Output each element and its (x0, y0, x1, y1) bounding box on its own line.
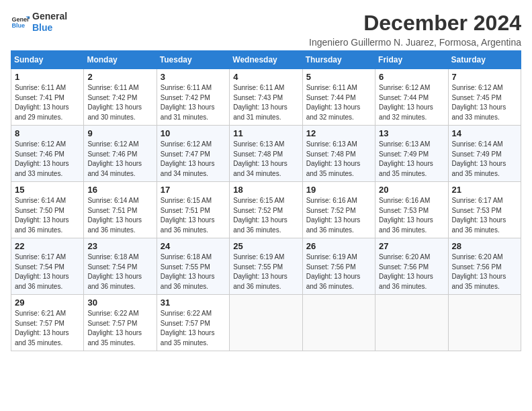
day-info: Sunrise: 6:20 AM Sunset: 7:56 PM Dayligh… (452, 253, 517, 291)
day-cell (302, 295, 375, 351)
day-info: Sunrise: 6:19 AM Sunset: 7:56 PM Dayligh… (306, 253, 371, 291)
day-number: 5 (306, 72, 371, 82)
day-cell: 22Sunrise: 6:17 AM Sunset: 7:54 PM Dayli… (11, 238, 84, 295)
day-cell: 28Sunrise: 6:20 AM Sunset: 7:56 PM Dayli… (448, 238, 521, 295)
day-number: 31 (161, 298, 226, 308)
logo-icon: General Blue (11, 13, 30, 32)
day-number: 29 (15, 298, 80, 308)
day-cell: 8Sunrise: 6:12 AM Sunset: 7:46 PM Daylig… (11, 126, 84, 182)
day-cell: 26Sunrise: 6:19 AM Sunset: 7:56 PM Dayli… (302, 238, 375, 295)
day-info: Sunrise: 6:11 AM Sunset: 7:42 PM Dayligh… (161, 83, 226, 122)
day-info: Sunrise: 6:12 AM Sunset: 7:46 PM Dayligh… (87, 140, 152, 179)
day-info: Sunrise: 6:16 AM Sunset: 7:53 PM Dayligh… (379, 196, 444, 235)
week-row-1: 1Sunrise: 6:11 AM Sunset: 7:41 PM Daylig… (11, 69, 521, 126)
day-number: 4 (233, 72, 298, 82)
day-info: Sunrise: 6:17 AM Sunset: 7:54 PM Dayligh… (15, 253, 80, 291)
day-number: 11 (233, 128, 298, 138)
day-cell: 17Sunrise: 6:15 AM Sunset: 7:51 PM Dayli… (157, 182, 229, 238)
day-info: Sunrise: 6:22 AM Sunset: 7:57 PM Dayligh… (161, 309, 226, 348)
day-number: 22 (15, 241, 80, 251)
day-cell: 30Sunrise: 6:22 AM Sunset: 7:57 PM Dayli… (84, 295, 157, 351)
day-number: 19 (306, 185, 371, 195)
day-cell: 7Sunrise: 6:12 AM Sunset: 7:45 PM Daylig… (448, 69, 521, 126)
day-number: 16 (87, 185, 152, 195)
title-area: December 2024 Ingeniero Guillermo N. Jua… (67, 11, 521, 48)
day-cell: 6Sunrise: 6:12 AM Sunset: 7:44 PM Daylig… (375, 69, 448, 126)
day-number: 26 (306, 241, 371, 251)
day-number: 9 (87, 128, 152, 138)
day-cell: 9Sunrise: 6:12 AM Sunset: 7:46 PM Daylig… (84, 126, 157, 182)
day-info: Sunrise: 6:13 AM Sunset: 7:48 PM Dayligh… (233, 140, 298, 179)
day-cell: 13Sunrise: 6:13 AM Sunset: 7:49 PM Dayli… (375, 126, 448, 182)
day-number: 7 (452, 72, 517, 82)
day-cell: 10Sunrise: 6:12 AM Sunset: 7:47 PM Dayli… (157, 126, 229, 182)
day-info: Sunrise: 6:14 AM Sunset: 7:49 PM Dayligh… (452, 140, 517, 179)
day-cell: 3Sunrise: 6:11 AM Sunset: 7:42 PM Daylig… (157, 69, 229, 126)
day-info: Sunrise: 6:16 AM Sunset: 7:52 PM Dayligh… (306, 196, 371, 235)
calendar-table: Sunday Monday Tuesday Wednesday Thursday… (11, 50, 521, 351)
day-number: 30 (87, 298, 152, 308)
day-cell: 15Sunrise: 6:14 AM Sunset: 7:50 PM Dayli… (11, 182, 84, 238)
svg-text:Blue: Blue (11, 22, 25, 29)
header-thursday: Thursday (302, 51, 375, 69)
day-cell: 29Sunrise: 6:21 AM Sunset: 7:57 PM Dayli… (11, 295, 84, 351)
header-wednesday: Wednesday (230, 51, 302, 69)
day-info: Sunrise: 6:14 AM Sunset: 7:50 PM Dayligh… (15, 196, 80, 235)
day-info: Sunrise: 6:12 AM Sunset: 7:46 PM Dayligh… (15, 140, 80, 179)
day-number: 20 (379, 185, 444, 195)
logo-text: General Blue (32, 11, 67, 34)
day-cell: 12Sunrise: 6:13 AM Sunset: 7:48 PM Dayli… (302, 126, 375, 182)
day-info: Sunrise: 6:12 AM Sunset: 7:45 PM Dayligh… (452, 83, 517, 122)
day-number: 1 (15, 72, 80, 82)
day-number: 17 (161, 185, 226, 195)
day-number: 6 (379, 72, 444, 82)
day-cell: 23Sunrise: 6:18 AM Sunset: 7:54 PM Dayli… (84, 238, 157, 295)
day-info: Sunrise: 6:12 AM Sunset: 7:44 PM Dayligh… (379, 83, 444, 122)
day-number: 12 (306, 128, 371, 138)
day-cell (448, 295, 521, 351)
day-info: Sunrise: 6:11 AM Sunset: 7:42 PM Dayligh… (87, 83, 152, 122)
day-cell: 31Sunrise: 6:22 AM Sunset: 7:57 PM Dayli… (157, 295, 229, 351)
day-cell: 20Sunrise: 6:16 AM Sunset: 7:53 PM Dayli… (375, 182, 448, 238)
header-saturday: Saturday (448, 51, 521, 69)
day-info: Sunrise: 6:18 AM Sunset: 7:54 PM Dayligh… (87, 253, 152, 291)
day-cell: 1Sunrise: 6:11 AM Sunset: 7:41 PM Daylig… (11, 69, 84, 126)
week-row-3: 15Sunrise: 6:14 AM Sunset: 7:50 PM Dayli… (11, 182, 521, 238)
day-info: Sunrise: 6:15 AM Sunset: 7:52 PM Dayligh… (233, 196, 298, 235)
day-cell (230, 295, 302, 351)
day-info: Sunrise: 6:18 AM Sunset: 7:55 PM Dayligh… (161, 253, 226, 291)
day-cell: 5Sunrise: 6:11 AM Sunset: 7:44 PM Daylig… (302, 69, 375, 126)
week-row-2: 8Sunrise: 6:12 AM Sunset: 7:46 PM Daylig… (11, 126, 521, 182)
day-info: Sunrise: 6:19 AM Sunset: 7:55 PM Dayligh… (233, 253, 298, 291)
day-info: Sunrise: 6:20 AM Sunset: 7:56 PM Dayligh… (379, 253, 444, 291)
day-info: Sunrise: 6:21 AM Sunset: 7:57 PM Dayligh… (15, 309, 80, 348)
logo: General Blue General Blue (11, 11, 67, 34)
day-info: Sunrise: 6:11 AM Sunset: 7:44 PM Dayligh… (306, 83, 371, 122)
day-cell: 2Sunrise: 6:11 AM Sunset: 7:42 PM Daylig… (84, 69, 157, 126)
week-row-4: 22Sunrise: 6:17 AM Sunset: 7:54 PM Dayli… (11, 238, 521, 295)
day-cell: 11Sunrise: 6:13 AM Sunset: 7:48 PM Dayli… (230, 126, 302, 182)
day-cell: 27Sunrise: 6:20 AM Sunset: 7:56 PM Dayli… (375, 238, 448, 295)
month-title: December 2024 (67, 11, 521, 36)
page-header: General Blue General Blue December 2024 … (11, 11, 521, 48)
day-number: 8 (15, 128, 80, 138)
day-number: 25 (233, 241, 298, 251)
day-info: Sunrise: 6:12 AM Sunset: 7:47 PM Dayligh… (161, 140, 226, 179)
day-info: Sunrise: 6:13 AM Sunset: 7:49 PM Dayligh… (379, 140, 444, 179)
day-cell (375, 295, 448, 351)
day-cell: 19Sunrise: 6:16 AM Sunset: 7:52 PM Dayli… (302, 182, 375, 238)
header-tuesday: Tuesday (157, 51, 229, 69)
day-number: 21 (452, 185, 517, 195)
day-info: Sunrise: 6:13 AM Sunset: 7:48 PM Dayligh… (306, 140, 371, 179)
day-info: Sunrise: 6:14 AM Sunset: 7:51 PM Dayligh… (87, 196, 152, 235)
day-number: 27 (379, 241, 444, 251)
header-sunday: Sunday (11, 51, 84, 69)
day-info: Sunrise: 6:11 AM Sunset: 7:41 PM Dayligh… (15, 83, 80, 122)
weekday-header-row: Sunday Monday Tuesday Wednesday Thursday… (11, 51, 521, 69)
day-number: 2 (87, 72, 152, 82)
day-number: 18 (233, 185, 298, 195)
week-row-5: 29Sunrise: 6:21 AM Sunset: 7:57 PM Dayli… (11, 295, 521, 351)
day-info: Sunrise: 6:15 AM Sunset: 7:51 PM Dayligh… (161, 196, 226, 235)
day-info: Sunrise: 6:11 AM Sunset: 7:43 PM Dayligh… (233, 83, 298, 122)
day-cell: 14Sunrise: 6:14 AM Sunset: 7:49 PM Dayli… (448, 126, 521, 182)
